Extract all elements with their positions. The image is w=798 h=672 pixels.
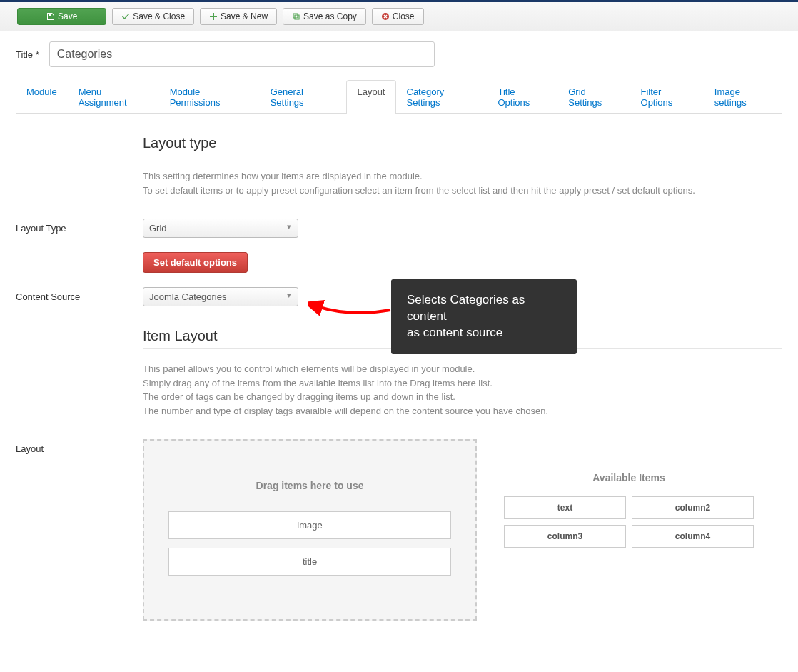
drop-item-image[interactable]: image (168, 511, 451, 539)
close-button[interactable]: Close (372, 8, 424, 25)
set-default-button[interactable]: Set default options (143, 252, 248, 273)
save-button[interactable]: Save (17, 8, 106, 25)
layout-builder: Drag items here to use imagetitle Availa… (143, 439, 782, 621)
tab-title-options[interactable]: Title Options (488, 80, 558, 114)
title-input[interactable] (49, 41, 435, 67)
tab-category-settings[interactable]: Category Settings (396, 80, 488, 114)
save-new-button[interactable]: Save & New (200, 8, 277, 25)
layout-builder-row: Layout Drag items here to use imagetitle… (16, 439, 782, 621)
close-label: Close (393, 11, 415, 21)
tab-module[interactable]: Module (16, 80, 68, 114)
content-source-select[interactable]: Joomla Categories (143, 287, 298, 306)
tab-image-settings[interactable]: Image settings (704, 80, 782, 114)
title-row: Title * (16, 41, 782, 67)
apply-icon (46, 12, 55, 21)
content-source-label: Content Source (16, 287, 143, 302)
save-copy-label: Save as Copy (303, 11, 357, 21)
save-close-label: Save & Close (133, 11, 185, 21)
save-label: Save (58, 11, 77, 21)
available-item-text[interactable]: text (504, 496, 626, 519)
available-item-column4[interactable]: column4 (632, 525, 754, 548)
cancel-icon (381, 12, 390, 21)
item-layout-description: This panel allows you to control which e… (143, 362, 782, 418)
annotation-callout: Selects Categories as content as content… (391, 279, 577, 354)
copy-icon (292, 12, 300, 21)
available-item-column2[interactable]: column2 (632, 496, 754, 519)
layout-type-row: Layout Type Grid (16, 219, 782, 238)
action-toolbar: Save Save & Close Save & New Save as Cop… (0, 2, 798, 31)
layout-builder-label: Layout (16, 439, 143, 454)
plus-icon (209, 12, 218, 21)
save-copy-button[interactable]: Save as Copy (283, 8, 366, 25)
title-field-label: Title * (16, 49, 39, 60)
main-content: Title * ModuleMenu AssignmentModule Perm… (0, 31, 798, 663)
layout-type-heading: Layout type (143, 135, 782, 156)
layout-type-section: Layout type This setting determines how … (143, 135, 782, 197)
save-close-button[interactable]: Save & Close (112, 8, 194, 25)
tab-layout[interactable]: Layout (346, 80, 395, 114)
drop-item-title[interactable]: title (168, 548, 451, 576)
tab-general-settings[interactable]: General Settings (260, 80, 347, 114)
layout-type-label: Layout Type (16, 219, 143, 234)
available-title: Available Items (504, 472, 754, 483)
tab-menu-assignment[interactable]: Menu Assignment (68, 80, 159, 114)
tab-grid-settings[interactable]: Grid Settings (557, 80, 630, 114)
save-new-label: Save & New (221, 11, 268, 21)
layout-type-select[interactable]: Grid (143, 219, 298, 238)
available-panel: Available Items textcolumn2column3column… (504, 472, 754, 548)
tab-module-permissions[interactable]: Module Permissions (159, 80, 260, 114)
tab-filter-options[interactable]: Filter Options (630, 80, 704, 114)
check-icon (121, 12, 130, 21)
drop-zone[interactable]: Drag items here to use imagetitle (143, 439, 477, 621)
available-item-column3[interactable]: column3 (504, 525, 626, 548)
set-default-row: Set default options (16, 252, 782, 273)
tab-bar: ModuleMenu AssignmentModule PermissionsG… (16, 80, 782, 114)
layout-type-description: This setting determines how your items a… (143, 169, 782, 197)
drop-zone-title: Drag items here to use (168, 480, 451, 491)
